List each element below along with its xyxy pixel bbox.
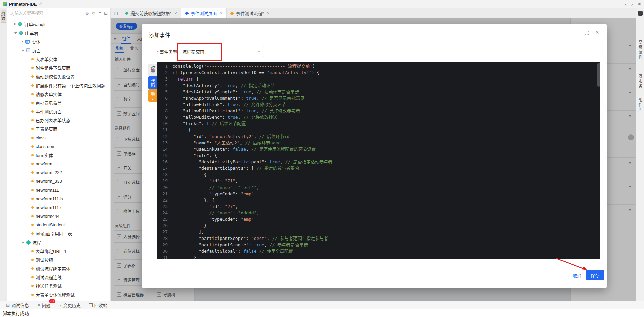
refresh-icon[interactable]: ↻ bbox=[92, 11, 96, 16]
tree-item[interactable]: 审批意见覆盖 bbox=[7, 98, 110, 107]
search-input[interactable] bbox=[15, 11, 83, 16]
item-dot-icon bbox=[31, 154, 34, 156]
cancel-button[interactable]: 取消 bbox=[573, 272, 581, 279]
tree-item[interactable]: 测试流程绑定实体 bbox=[7, 264, 110, 273]
nav-back-icon[interactable]: ‹ bbox=[625, 1, 627, 7]
rail-tab-resources[interactable]: 资源 bbox=[1, 10, 6, 23]
code-line: 24 // "name": "ddddd", bbox=[157, 210, 600, 216]
statusbar-item[interactable]: ≡问题31 bbox=[38, 302, 50, 308]
close-tab-icon[interactable]: × bbox=[220, 11, 222, 16]
tree-item-label: newform111-b bbox=[36, 196, 63, 201]
tree-item[interactable]: 大表单实体 bbox=[7, 55, 110, 63]
tree-item[interactable]: 附件组件下载页面 bbox=[7, 63, 110, 72]
code-editor[interactable]: 1console.log('--------------------------… bbox=[157, 62, 600, 259]
code-text: "participantScope": "dest", // 参与者范围：指定参… bbox=[172, 235, 328, 242]
item-dot-icon bbox=[31, 137, 34, 139]
tree-item[interactable]: newform111-c bbox=[7, 203, 110, 212]
editor-tab-cfg[interactable]: 配置 bbox=[148, 64, 157, 76]
tree-item[interactable]: newform_222 bbox=[7, 168, 110, 177]
tree-item[interactable]: newform111 bbox=[7, 186, 110, 194]
app-title: Primeton-IDE bbox=[9, 2, 37, 7]
statusbar-item[interactable]: ◔变更历史 bbox=[59, 302, 80, 308]
code-line: 28 "participantScope": "dest", // 参与者范围：… bbox=[157, 235, 600, 242]
nav-forward-icon[interactable]: › bbox=[631, 1, 633, 7]
locate-icon[interactable]: ⊕ bbox=[85, 11, 89, 16]
item-dot-icon bbox=[31, 250, 34, 252]
close-tab-icon[interactable]: × bbox=[267, 11, 270, 16]
tree-item-label: 请假表单实体 bbox=[36, 91, 62, 97]
line-number: 9 bbox=[157, 114, 172, 120]
statusbar-item[interactable]: ▤调试信息 bbox=[6, 302, 29, 308]
tree-item[interactable]: 表单绑定URL_1 bbox=[7, 247, 110, 255]
tree-item[interactable]: 子表格页面 bbox=[7, 124, 110, 133]
chevron-down-icon[interactable] bbox=[22, 242, 24, 243]
line-number: 13 bbox=[157, 140, 172, 146]
line-number: 21 bbox=[157, 191, 172, 197]
editor-tab-assist[interactable]: 助手 bbox=[148, 89, 157, 102]
tree-item[interactable]: 订单wangli bbox=[7, 20, 110, 29]
tree-item[interactable]: 测试按钮 bbox=[7, 255, 110, 264]
tree-item[interactable]: 已办列表表单状态 bbox=[7, 116, 110, 124]
tab-label: 提交前获取按钮数据* bbox=[130, 10, 171, 16]
item-dot-icon bbox=[31, 215, 34, 217]
tree-item[interactable]: form实体 bbox=[7, 151, 110, 159]
tree-item[interactable]: 实体 bbox=[7, 37, 110, 46]
tree-item[interactable]: 事件测试页面 bbox=[7, 107, 110, 116]
code-line: 5 "destActivitySingle": true, // 活动环节是否单… bbox=[157, 89, 600, 95]
tree-item[interactable]: newform111-b bbox=[7, 194, 110, 203]
code-text: "id": "27", bbox=[172, 203, 238, 210]
tree-item[interactable]: 测试流程连线 bbox=[7, 273, 110, 281]
chevron-down-icon[interactable] bbox=[22, 50, 24, 51]
panel-toggle-icon[interactable]: ◫ bbox=[111, 8, 121, 18]
panel-settings-icon[interactable]: ⊡ bbox=[104, 11, 108, 16]
line-number: 29 bbox=[157, 242, 172, 248]
chevron-right-icon[interactable] bbox=[22, 40, 23, 43]
tree-item[interactable]: 扩展组件只有第一个上传包生效问题测试 bbox=[7, 81, 110, 90]
footer-message: 脚本执行成功 bbox=[3, 310, 29, 316]
right-rail-tab[interactable]: 高级属性 bbox=[637, 40, 643, 60]
fullscreen-icon[interactable] bbox=[585, 31, 589, 36]
tab[interactable]: 提交前获取按钮数据*× bbox=[121, 8, 181, 18]
chevron-down-icon[interactable] bbox=[14, 32, 17, 34]
tree-item-label: 测试按钮 bbox=[36, 257, 53, 263]
event-type-select[interactable]: 流程提交前 bbox=[179, 46, 264, 57]
tree-item[interactable]: 山羊君 bbox=[7, 29, 110, 37]
line-number: 10 bbox=[157, 120, 172, 127]
code-text: "typeCode": "emp" bbox=[172, 216, 254, 222]
line-number: 1 bbox=[157, 63, 172, 69]
right-rail-tab[interactable]: 组件库 bbox=[637, 98, 643, 113]
code-line: 3 return { bbox=[157, 76, 600, 82]
collapse-all-icon[interactable]: ≡ bbox=[99, 11, 101, 16]
editor-scrollbar[interactable] bbox=[597, 63, 600, 258]
problem-count-badge: 31 bbox=[49, 299, 55, 303]
tree-item[interactable]: studentStudent bbox=[7, 220, 110, 229]
code-text: "id": "manualActivity2", // 后续环节id bbox=[172, 133, 289, 140]
code-line: 14 "useLinkData": false, // 是否使用流程配置的环节设… bbox=[157, 146, 600, 152]
right-rail-tab[interactable]: 三方服务 bbox=[637, 69, 643, 89]
code-line: 25 "typeCode": "emp" bbox=[157, 216, 600, 222]
tree-item[interactable]: 大表单实体流程测试 bbox=[7, 290, 110, 299]
tree-item[interactable]: 流程 bbox=[7, 238, 110, 247]
save-button[interactable]: 保存 bbox=[586, 270, 604, 280]
chevron-right-icon[interactable] bbox=[14, 23, 16, 25]
tree-item[interactable]: 抄送任务测试 bbox=[7, 281, 110, 290]
tree-item[interactable]: 滚动到校验失败位置 bbox=[7, 72, 110, 81]
tree-item-label: tab页面引用同一表 bbox=[36, 230, 72, 237]
tab[interactable]: 事件测试流程*× bbox=[227, 8, 274, 18]
close-tab-icon[interactable]: × bbox=[174, 11, 177, 16]
link-icon[interactable] bbox=[39, 2, 43, 7]
tree-item[interactable]: classroom bbox=[7, 142, 110, 151]
tree-item[interactable]: class bbox=[7, 133, 110, 142]
tree-item[interactable]: newform444 bbox=[7, 212, 110, 220]
tree-item[interactable]: tab页面引用同一表 bbox=[7, 229, 110, 238]
tree-item[interactable]: 请假表单实体 bbox=[7, 90, 110, 98]
tree-item[interactable]: 页面 bbox=[7, 46, 110, 55]
save-all-icon[interactable]: ▣ bbox=[638, 2, 641, 6]
right-rail-top-icon[interactable] bbox=[638, 11, 643, 16]
tab[interactable]: 事件测试页面× bbox=[181, 8, 227, 18]
statusbar-item[interactable]: 回收站 bbox=[90, 302, 107, 308]
tree-item[interactable]: newform_333 bbox=[7, 177, 110, 186]
close-icon[interactable]: × bbox=[595, 29, 599, 36]
editor-tab-code[interactable]: 代码 bbox=[148, 76, 157, 89]
tree-item[interactable]: newform bbox=[7, 159, 110, 168]
